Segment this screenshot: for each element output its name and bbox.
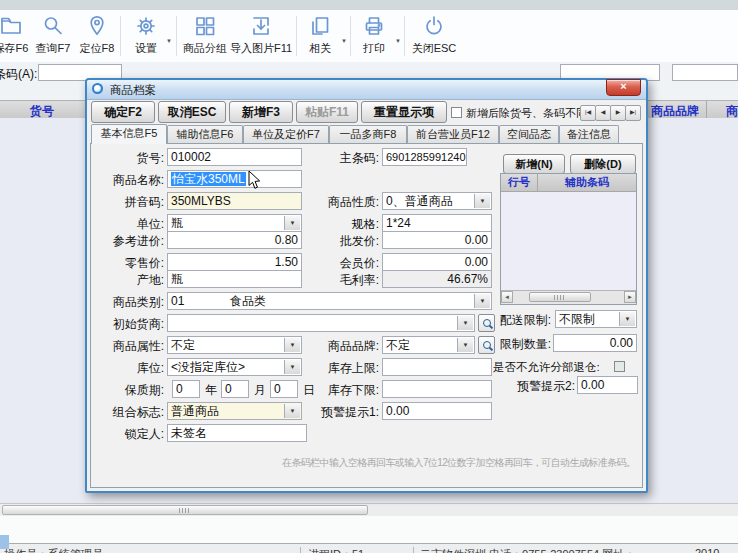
scroll-left-icon[interactable] bbox=[501, 291, 513, 303]
scroll-right-icon[interactable] bbox=[624, 291, 636, 303]
toolbar-button-import-image[interactable]: 导入图片F11 bbox=[230, 12, 292, 60]
initial-vendor-select[interactable] bbox=[167, 314, 475, 332]
aux-table-scrollbar[interactable] bbox=[501, 290, 636, 304]
warn1-field[interactable]: 0.00 bbox=[382, 402, 492, 420]
toolbar-button-label: 商品分组 bbox=[180, 41, 230, 56]
status-operator: 操作员：系统管理员 bbox=[4, 547, 103, 553]
window-top-strip bbox=[0, 0, 738, 10]
toolbar-button-product-group[interactable]: 商品分组 bbox=[180, 12, 230, 60]
status-separator bbox=[413, 547, 414, 553]
toolbar-button-locate[interactable]: 定位F8 bbox=[74, 12, 120, 60]
ref-price-field[interactable]: 0.80 bbox=[167, 231, 302, 249]
tab-unit-pricing[interactable]: 单位及定价F7 bbox=[243, 125, 329, 143]
toolbar-separator bbox=[350, 16, 351, 56]
dialog-title-bar[interactable]: 商品档案 bbox=[87, 80, 646, 100]
nav-prev-button[interactable] bbox=[595, 105, 611, 121]
toolbar-separator bbox=[176, 16, 177, 56]
shelf-day-field[interactable]: 0 bbox=[270, 380, 298, 398]
toolbar-button-related[interactable]: 相关 bbox=[300, 12, 340, 60]
tab-basic-info[interactable]: 基本信息F5 bbox=[91, 124, 167, 144]
unit-select[interactable]: 瓶 bbox=[167, 214, 302, 232]
shelf-life-label: 保质期: bbox=[92, 382, 164, 398]
ok-button[interactable]: 确定F2 bbox=[91, 101, 155, 123]
nature-select[interactable]: 0、普通商品 bbox=[382, 192, 492, 210]
scrollbar-thumb[interactable] bbox=[2, 505, 368, 515]
horizontal-scrollbar[interactable] bbox=[0, 503, 738, 517]
chevron-down-icon[interactable] bbox=[284, 216, 300, 230]
dropdown-caret-icon[interactable] bbox=[166, 38, 172, 44]
chevron-down-icon[interactable] bbox=[284, 404, 300, 418]
aux-add-button[interactable]: 新增(N) bbox=[503, 154, 565, 174]
col-row-no[interactable]: 行号 bbox=[501, 174, 538, 191]
col-aux-barcode[interactable]: 辅助条码 bbox=[538, 174, 636, 191]
nav-first-button[interactable] bbox=[580, 105, 596, 121]
stock-upper-field[interactable] bbox=[382, 358, 492, 376]
product-name-field[interactable]: 怡宝水350ML bbox=[167, 170, 302, 188]
close-icon[interactable] bbox=[606, 79, 641, 96]
category-select[interactable]: 01 食品类 bbox=[167, 292, 492, 310]
wholesale-field[interactable]: 0.00 bbox=[382, 231, 492, 249]
chevron-down-icon[interactable] bbox=[284, 338, 300, 352]
tab-front-clerk[interactable]: 前台营业员F12 bbox=[407, 125, 499, 143]
paste-button[interactable]: 粘贴F11 bbox=[296, 101, 358, 123]
brand-value: 不定 bbox=[386, 338, 410, 352]
chevron-down-icon[interactable] bbox=[619, 312, 635, 326]
chevron-down-icon[interactable] bbox=[457, 316, 473, 330]
toolbar-button-label: 关闭ESC bbox=[408, 41, 460, 56]
margin-field[interactable]: 46.67% bbox=[382, 270, 492, 288]
toolbar-button-print[interactable]: 打印 bbox=[354, 12, 394, 60]
nav-last-button[interactable] bbox=[625, 105, 641, 121]
nav-next-button[interactable] bbox=[610, 105, 626, 121]
tab-remarks[interactable]: 备注信息 bbox=[559, 125, 619, 143]
chevron-down-icon[interactable] bbox=[284, 360, 300, 374]
main-barcode-field[interactable]: 6901285991240 bbox=[382, 148, 467, 166]
status-separator bbox=[300, 547, 301, 553]
spec-field[interactable]: 1*24 bbox=[382, 214, 492, 232]
toolbar-button-save[interactable]: 保存F6 bbox=[0, 12, 34, 60]
year-unit: 年 bbox=[205, 382, 217, 399]
toolbar-button-close[interactable]: 关闭ESC bbox=[408, 12, 460, 60]
aux-delete-button[interactable]: 删除(D) bbox=[570, 154, 636, 174]
aux-scrollbar-thumb[interactable] bbox=[529, 292, 591, 302]
delivery-limit-select[interactable]: 不限制 bbox=[555, 310, 637, 328]
printer-icon bbox=[354, 14, 394, 40]
bin-select[interactable]: <没指定库位> bbox=[167, 358, 302, 376]
toolbar-button-query[interactable]: 查询F7 bbox=[30, 12, 76, 60]
chevron-down-icon[interactable] bbox=[457, 338, 473, 352]
warn2-field[interactable]: 0.00 bbox=[577, 376, 638, 394]
chevron-down-icon[interactable] bbox=[474, 194, 490, 208]
toolbar-button-settings[interactable]: 设置 bbox=[124, 12, 168, 60]
tab-multi-vendor[interactable]: 一品多商F8 bbox=[329, 125, 407, 143]
combo-flag-select[interactable]: 普通商品 bbox=[167, 402, 302, 420]
tab-aux-info[interactable]: 辅助信息F6 bbox=[167, 125, 243, 143]
no-branch-return-checkbox[interactable] bbox=[614, 361, 625, 372]
reset-display-button[interactable]: 重置显示项 bbox=[361, 101, 447, 123]
retail-field[interactable]: 1.50 bbox=[167, 253, 302, 271]
chevron-down-icon[interactable] bbox=[474, 294, 490, 308]
attr-select[interactable]: 不定 bbox=[167, 336, 302, 354]
add-button[interactable]: 新增F3 bbox=[229, 101, 293, 123]
member-price-field[interactable]: 0.00 bbox=[382, 253, 492, 271]
cancel-button[interactable]: 取消ESC bbox=[158, 101, 226, 123]
delivery-limit-label: 配送限制: bbox=[489, 312, 551, 328]
item-no-field[interactable]: 010002 bbox=[167, 148, 302, 166]
duplicate-option-checkbox[interactable] bbox=[451, 107, 462, 118]
brand-select[interactable]: 不定 bbox=[382, 336, 475, 354]
no-branch-return-label: 是否不允许分部退仓: bbox=[493, 360, 600, 375]
locker-field[interactable]: 未签名 bbox=[167, 424, 307, 442]
toolbar-separator bbox=[296, 16, 297, 56]
limit-qty-field[interactable]: 0.00 bbox=[553, 334, 637, 352]
tab-space-state[interactable]: 空间品态 bbox=[499, 125, 559, 143]
dropdown-caret-icon[interactable] bbox=[341, 38, 347, 44]
pinyin-field[interactable]: 350MLYBS bbox=[167, 192, 302, 210]
category-name: 食品类 bbox=[230, 293, 266, 309]
stock-lower-field[interactable] bbox=[382, 380, 492, 398]
import-image-icon bbox=[230, 14, 292, 40]
shelf-month-field[interactable]: 0 bbox=[221, 380, 249, 398]
grid-col-separator bbox=[706, 101, 707, 119]
shelf-year-field[interactable]: 0 bbox=[172, 380, 200, 398]
main-toolbar: 保存F6 查询F7 定位F8 设置 商品分组 导入图片F11 相关 bbox=[0, 10, 738, 63]
background-field[interactable] bbox=[672, 64, 738, 81]
dropdown-caret-icon[interactable] bbox=[395, 38, 401, 44]
origin-field[interactable]: 瓶 bbox=[167, 270, 302, 288]
